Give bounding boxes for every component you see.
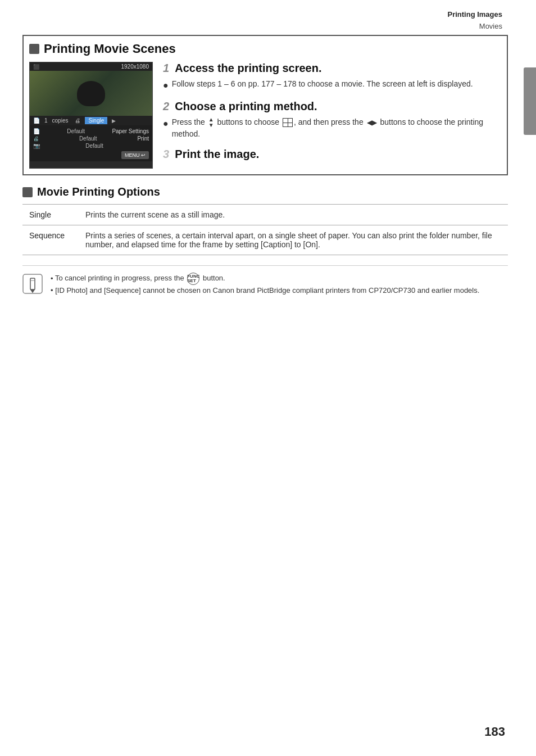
step2-bullet-text: Press the ▲ ▼ buttons to choose , and th… [172, 116, 499, 140]
step1-bullet: ● Follow steps 1 – 6 on pp. 177 – 178 to… [163, 78, 499, 92]
cam-bottom: 📄 Default Paper Settings 🖨 Default Print… [30, 125, 152, 161]
left-right-arrows-icon: ◀ ▶ [367, 119, 377, 126]
notes-content: To cancel printing in progress, press th… [51, 273, 479, 297]
cam-row-3: 📷 Default [33, 142, 149, 150]
func-button-icon: FUNCSET [187, 273, 199, 285]
section1-title-row: Printing Movie Scenes [29, 42, 499, 56]
pencil-icon [22, 274, 43, 294]
step1-bullet-dot: ● [163, 79, 169, 92]
cam-copies-value: 1 [44, 117, 48, 124]
section2-icon [22, 187, 33, 197]
step3-heading: Print the image. [175, 148, 259, 160]
option-name-sequence: Sequence [22, 225, 79, 255]
cam-resolution: 1920x1080 [121, 64, 149, 70]
step3-number: 3 [163, 148, 169, 160]
cam-menu-button: MENU ↩ [121, 151, 149, 159]
options-table: Single Prints the current scene as a sti… [22, 204, 508, 255]
step-1: 1 Access the printing screen. ● Follow s… [163, 62, 499, 92]
note-box: To cancel printing in progress, press th… [22, 265, 508, 297]
cam-single-label: Single [85, 117, 107, 124]
cam-menu-row: MENU ↩ [33, 151, 149, 159]
options-row-sequence: Sequence Prints a series of scenes, a ce… [22, 225, 508, 255]
cam-left-2: Default [79, 135, 97, 142]
cam-copies-icon: 📄 [33, 117, 40, 124]
cam-image-area [30, 71, 152, 116]
options-title: Movie Printing Options [37, 185, 160, 198]
cam-icon-1: 📄 [33, 128, 40, 134]
movies-label: Movies [0, 21, 536, 31]
option-desc-single: Prints the current scene as a still imag… [79, 205, 508, 225]
movie-printing-options-section: Movie Printing Options Single Prints the… [22, 185, 508, 255]
cam-copies-label: copies [52, 117, 69, 124]
page-header: Printing Images [0, 0, 536, 21]
step1-heading-row: 1 Access the printing screen. [163, 62, 499, 75]
step2-heading: Choose a printing method. [175, 100, 317, 112]
cam-row-1: 📄 Default Paper Settings [33, 128, 149, 135]
right-tab [524, 67, 536, 135]
left-arrow: ◀ [367, 119, 372, 126]
down-arrow: ▼ [208, 123, 214, 128]
step-2: 2 Choose a printing method. ● Press the … [163, 100, 499, 140]
cam-top-bar: ⬛ 1920x1080 [30, 62, 152, 71]
step1-bullet-text: Follow steps 1 – 6 on pp. 177 – 178 to c… [172, 78, 473, 90]
camera-screen: ⬛ 1920x1080 📄 1 copies 🖨 Single ▶ 📄 Defa… [29, 62, 153, 169]
page-number: 183 [484, 725, 505, 739]
bird-silhouette [77, 81, 105, 106]
cam-info-row: 📄 1 copies 🖨 Single ▶ [30, 116, 152, 125]
cam-left-3: Default [85, 143, 103, 149]
step-3: 3 Print the image. [163, 148, 499, 161]
up-down-arrows-icon: ▲ ▼ [208, 117, 214, 128]
note-item-2: [ID Photo] and [Sequence] cannot be chos… [51, 285, 479, 297]
step2-bullet: ● Press the ▲ ▼ buttons to choose , and … [163, 116, 499, 140]
option-name-single: Single [22, 205, 79, 225]
cam-row-2: 🖨 Default Print [33, 135, 149, 142]
section1-title: Printing Movie Scenes [44, 42, 176, 56]
cam-right-2: Print [137, 135, 149, 142]
step2-bullet-dot: ● [163, 117, 169, 130]
notes-list: To cancel printing in progress, press th… [51, 273, 479, 297]
section1-content: ⬛ 1920x1080 📄 1 copies 🖨 Single ▶ 📄 Defa… [29, 62, 499, 169]
header-title: Printing Images [447, 10, 502, 19]
step1-heading: Access the printing screen. [175, 62, 321, 74]
step2-heading-row: 2 Choose a printing method. [163, 100, 499, 113]
cam-bird-image [30, 71, 152, 116]
printing-movie-scenes-section: Printing Movie Scenes ⬛ 1920x1080 📄 1 co… [22, 35, 508, 175]
svg-rect-1 [30, 278, 35, 289]
step1-number: 1 [163, 62, 169, 74]
step2-number: 2 [163, 100, 169, 112]
cam-arrow: ▶ [112, 118, 116, 124]
step3-heading-row: 3 Print the image. [163, 148, 499, 161]
options-row-single: Single Prints the current scene as a sti… [22, 205, 508, 225]
cam-left-1: Default [67, 128, 85, 134]
section1-icon [29, 44, 39, 54]
cam-print-icon: 🖨 [75, 117, 80, 124]
options-title-row: Movie Printing Options [22, 185, 508, 198]
right-arrow: ▶ [372, 119, 377, 126]
cam-icon-2: 🖨 [33, 135, 39, 142]
steps-area: 1 Access the printing screen. ● Follow s… [163, 62, 499, 169]
cam-res-icon: ⬛ [33, 64, 39, 70]
option-desc-sequence: Prints a series of scenes, a certain int… [79, 225, 508, 255]
cam-icon-3: 📷 [33, 143, 40, 149]
note-item-1: To cancel printing in progress, press th… [51, 273, 479, 285]
cam-right-1: Paper Settings [112, 128, 149, 134]
grid-print-icon [283, 118, 293, 127]
